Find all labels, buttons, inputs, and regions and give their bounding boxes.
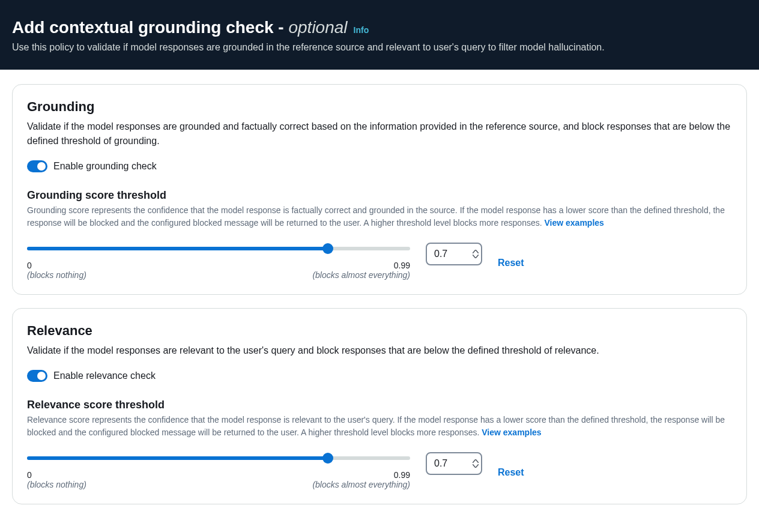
grounding-panel: Grounding Validate if the model response… (12, 84, 747, 295)
slider-min-label: 0 (27, 470, 86, 480)
slider-max-hint: (blocks almost everything) (312, 480, 410, 489)
grounding-view-examples-link[interactable]: View examples (545, 218, 604, 228)
info-link[interactable]: Info (354, 25, 369, 35)
slider-min-hint: (blocks nothing) (27, 480, 86, 489)
page-description: Use this policy to validate if model res… (12, 42, 747, 53)
slider-min-label: 0 (27, 261, 86, 270)
chevron-down-icon[interactable] (473, 255, 479, 258)
relevance-slider-scale: 0 (blocks nothing) 0.99 (blocks almost e… (27, 470, 410, 489)
relevance-description: Validate if the model responses are rele… (27, 343, 732, 358)
chevron-up-icon[interactable] (473, 459, 479, 463)
grounding-description: Validate if the model responses are grou… (27, 119, 732, 148)
toggle-knob-icon (37, 372, 46, 380)
page-header: Add contextual grounding check - optiona… (0, 0, 759, 70)
relevance-view-examples-link[interactable]: View examples (482, 428, 541, 437)
relevance-title: Relevance (27, 323, 732, 339)
chevron-down-icon[interactable] (473, 464, 479, 468)
page-title-optional: optional (288, 18, 347, 37)
relevance-threshold-title: Relevance score threshold (27, 399, 732, 411)
grounding-threshold-stepper[interactable] (473, 250, 479, 258)
enable-grounding-label: Enable grounding check (53, 161, 157, 172)
relevance-threshold-slider[interactable] (27, 452, 410, 464)
slider-max-label: 0.99 (394, 261, 410, 270)
grounding-title: Grounding (27, 99, 732, 115)
relevance-panel: Relevance Validate if the model response… (12, 308, 747, 504)
enable-grounding-toggle[interactable] (27, 160, 47, 172)
slider-fill (27, 456, 328, 460)
enable-relevance-label: Enable relevance check (53, 370, 156, 381)
slider-min-hint: (blocks nothing) (27, 270, 86, 280)
grounding-threshold-slider[interactable] (27, 243, 410, 255)
slider-fill (27, 247, 328, 250)
grounding-threshold-description: Grounding score represents the confidenc… (27, 204, 732, 229)
grounding-reset-button[interactable]: Reset (498, 258, 524, 268)
slider-knob-icon[interactable] (322, 243, 333, 254)
slider-max-hint: (blocks almost everything) (312, 270, 410, 280)
enable-relevance-toggle[interactable] (27, 370, 47, 382)
slider-knob-icon[interactable] (322, 453, 333, 464)
grounding-threshold-title: Grounding score threshold (27, 189, 732, 202)
page-title-main: Add contextual grounding check - (12, 18, 288, 37)
relevance-threshold-stepper[interactable] (473, 459, 479, 468)
relevance-threshold-description: Relevance score represents the confidenc… (27, 414, 732, 439)
toggle-knob-icon (37, 162, 46, 171)
chevron-up-icon[interactable] (473, 250, 479, 253)
relevance-reset-button[interactable]: Reset (498, 467, 524, 478)
grounding-slider-scale: 0 (blocks nothing) 0.99 (blocks almost e… (27, 261, 410, 280)
page-title: Add contextual grounding check - optiona… (12, 18, 348, 37)
slider-max-label: 0.99 (394, 470, 410, 480)
